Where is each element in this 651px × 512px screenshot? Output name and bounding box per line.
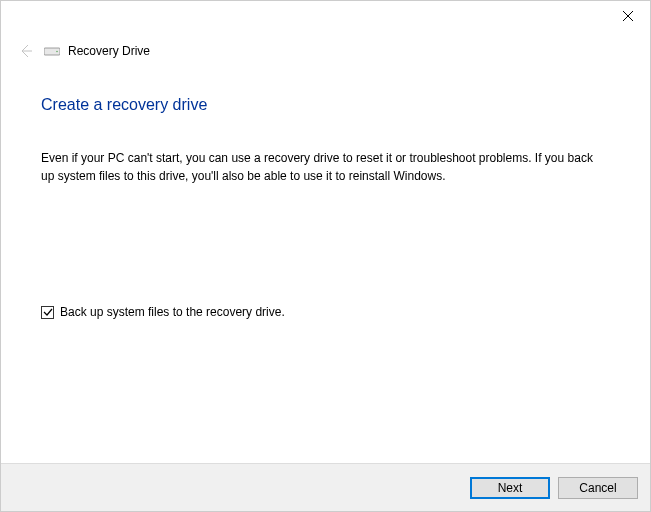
window-title: Recovery Drive xyxy=(68,44,150,58)
content-area: Create a recovery drive Even if your PC … xyxy=(1,71,650,319)
cancel-button[interactable]: Cancel xyxy=(558,477,638,499)
close-button[interactable] xyxy=(605,1,650,31)
footer: Next Cancel xyxy=(1,463,650,511)
drive-icon xyxy=(44,45,60,57)
back-arrow-icon xyxy=(18,43,34,59)
backup-checkbox[interactable] xyxy=(41,306,54,319)
checkbox-row: Back up system files to the recovery dri… xyxy=(41,305,610,319)
svg-point-4 xyxy=(56,51,58,53)
next-button[interactable]: Next xyxy=(470,477,550,499)
back-button[interactable] xyxy=(16,41,36,61)
titlebar xyxy=(1,1,650,31)
close-icon xyxy=(623,11,633,21)
page-heading: Create a recovery drive xyxy=(41,96,610,114)
checkmark-icon xyxy=(43,307,53,317)
description-text: Even if your PC can't start, you can use… xyxy=(41,149,601,185)
header-row: Recovery Drive xyxy=(1,31,650,71)
checkbox-label: Back up system files to the recovery dri… xyxy=(60,305,285,319)
